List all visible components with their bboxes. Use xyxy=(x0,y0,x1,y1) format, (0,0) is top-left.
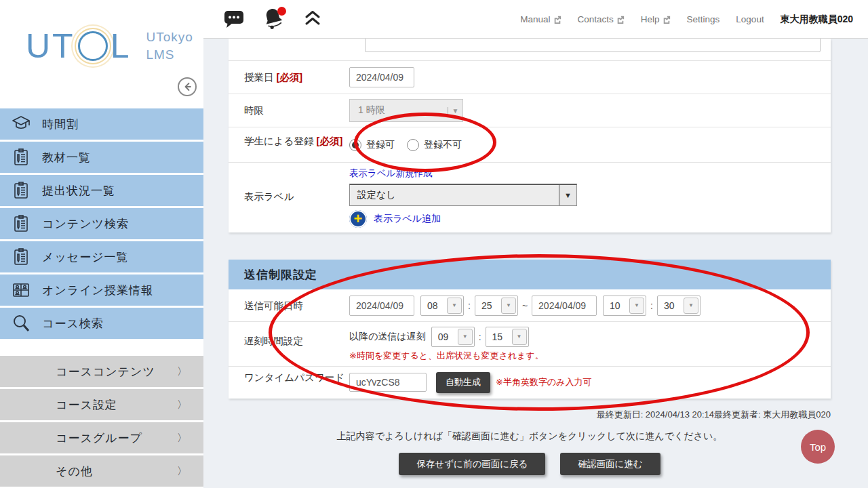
messages-icon xyxy=(0,247,42,267)
notification-bell-icon[interactable] xyxy=(263,7,286,33)
sidebar-item-course-search[interactable]: コース検索 xyxy=(0,308,203,339)
help-link[interactable]: Help xyxy=(641,14,671,24)
arrow-left-icon xyxy=(182,81,193,92)
late-prefix-text: 以降の送信は遅刻 xyxy=(349,331,426,343)
footer-buttons: 保存せずに前の画面に戻る 確認画面に進む xyxy=(229,453,831,475)
row-one-time-password: ワンタイムパスワード 自動生成 ※半角英数字のみ入力可 xyxy=(229,367,831,398)
last-updated-text: 最終更新日: 2024/04/13 20:14最終更新者: 東大用教職員020 xyxy=(229,409,831,421)
create-display-label-link[interactable]: 表示ラベル新規作成 xyxy=(349,167,432,180)
topbar-links: Manual Contacts Help Settings Logout 東大用… xyxy=(520,0,853,39)
spinner-down-icon: ▼ xyxy=(512,329,527,345)
sidebar-item-messages[interactable]: メッセージ一覧 xyxy=(0,241,203,272)
radio-selected-icon xyxy=(349,139,361,151)
add-display-label[interactable]: + 表示ラベル追加 xyxy=(349,210,441,228)
utol-logo: UT L UTokyo LMS xyxy=(26,28,193,63)
late-time-label: 遅刻時間設定 xyxy=(229,322,349,366)
available-from-date-input[interactable] xyxy=(349,296,414,316)
sidebar-item-label: メッセージ一覧 xyxy=(42,249,129,265)
row-late-time: 遅刻時間設定 以降の送信は遅刻 09 ▼ : 15 ▼ xyxy=(229,322,831,367)
spinner-down-icon: ▼ xyxy=(629,298,644,314)
external-link-icon xyxy=(663,16,671,24)
external-link-icon xyxy=(553,16,561,24)
otp-input[interactable] xyxy=(349,373,427,392)
required-badge: [必須] xyxy=(317,136,343,146)
proceed-confirm-button[interactable]: 確認画面に進む xyxy=(560,453,660,475)
radio-registration-denied[interactable]: 登録不可 xyxy=(407,139,462,151)
topbar-icons xyxy=(222,0,321,39)
required-badge: [必須] xyxy=(277,72,303,83)
class-date-label: 授業日 xyxy=(244,72,274,83)
available-to-date-input[interactable] xyxy=(532,296,597,316)
manual-link[interactable]: Manual xyxy=(520,14,561,24)
sidebar-item-others[interactable]: その他 〉 xyxy=(0,455,203,487)
send-limit-card: 送信制限設定 送信可能日時 08 ▼ : 25 ▼ ~ xyxy=(229,260,831,399)
row-class-date: 授業日 [必須] xyxy=(229,61,831,94)
row-send-available: 送信可能日時 08 ▼ : 25 ▼ ~ 10 xyxy=(229,289,831,322)
period-select: 1 時限 ▼ xyxy=(349,99,463,122)
contacts-link[interactable]: Contacts xyxy=(578,14,625,24)
sidebar-item-course-group[interactable]: コースグループ 〉 xyxy=(0,422,203,453)
sidebar-item-timetable[interactable]: 時間割 xyxy=(0,108,203,140)
logo-subtitle: UTokyo LMS xyxy=(146,28,193,63)
chevron-right-icon: 〉 xyxy=(177,399,187,411)
late-hour-select[interactable]: 09 ▼ xyxy=(431,327,475,347)
back-without-save-button[interactable]: 保存せずに前の画面に戻る xyxy=(399,453,545,475)
plus-icon: + xyxy=(349,210,367,228)
auto-generate-button[interactable]: 自動生成 xyxy=(436,372,490,393)
available-to-minute-select[interactable]: 30 ▼ xyxy=(657,296,701,316)
sidebar-item-materials[interactable]: 教材一覧 xyxy=(0,142,203,173)
display-label-select[interactable]: 設定なし ▼ xyxy=(349,184,577,206)
timetable-icon xyxy=(0,114,42,134)
radio-unselected-icon xyxy=(407,139,419,151)
send-limit-header: 送信制限設定 xyxy=(229,260,831,289)
logo-l: L xyxy=(111,29,132,63)
logo-text: UT L xyxy=(26,29,131,63)
sidebar-main-nav: 時間割 教材一覧 提出状況一覧 コンテンツ検索 xyxy=(0,108,203,341)
period-label: 時限 xyxy=(229,94,349,127)
spinner-down-icon: ▼ xyxy=(458,329,473,345)
sidebar-item-course-contents[interactable]: コースコンテンツ 〉 xyxy=(0,356,203,387)
sidebar-item-label: コンテンツ検索 xyxy=(42,216,129,232)
sidebar-item-label: オンライン授業情報 xyxy=(42,283,153,298)
class-settings-card: 授業日 [必須] 時限 1 時限 ▼ 学生による登録 xyxy=(229,39,831,232)
sidebar-item-course-settings[interactable]: コース設定 〉 xyxy=(0,389,203,420)
notification-badge xyxy=(277,7,286,16)
sidebar-item-content-search[interactable]: コンテンツ検索 xyxy=(0,208,203,239)
row-period: 時限 1 時限 ▼ xyxy=(229,94,831,127)
logo-o-ring xyxy=(78,31,108,61)
class-date-input[interactable] xyxy=(349,67,414,87)
collapse-up-icon[interactable] xyxy=(304,9,321,30)
sidebar-item-online-class[interactable]: オンライン授業情報 xyxy=(0,274,203,306)
late-warning-note: ※時間を変更すると、出席状況も変更されます。 xyxy=(349,350,544,362)
external-link-icon xyxy=(616,16,625,24)
sidebar-collapse-button[interactable] xyxy=(178,77,197,96)
sidebar-item-label: コース検索 xyxy=(42,316,104,331)
logout-link[interactable]: Logout xyxy=(736,14,764,24)
otp-label: ワンタイムパスワード xyxy=(229,367,349,398)
course-search-icon xyxy=(0,313,42,333)
chevron-down-icon: ▼ xyxy=(559,185,576,205)
chevron-right-icon: 〉 xyxy=(177,432,187,445)
instruction-text: 上記内容でよろしければ「確認画面に進む」ボタンをクリックして次に進んでください。 xyxy=(229,430,831,443)
send-available-label: 送信可能日時 xyxy=(229,289,349,321)
partial-text-input[interactable] xyxy=(365,39,821,52)
radio-registration-allowed[interactable]: 登録可 xyxy=(349,139,395,151)
submissions-icon xyxy=(0,180,42,201)
settings-link[interactable]: Settings xyxy=(687,14,720,24)
spinner-down-icon: ▼ xyxy=(447,298,462,314)
available-from-hour-select[interactable]: 08 ▼ xyxy=(420,296,464,316)
sidebar: UT L UTokyo LMS 時間割 教材一 xyxy=(0,0,203,488)
available-to-hour-select[interactable]: 10 ▼ xyxy=(603,296,646,316)
row-partial-input xyxy=(229,39,831,61)
scroll-top-button[interactable]: Top xyxy=(801,430,835,464)
display-label-label: 表示ラベル xyxy=(229,163,349,232)
content-search-icon xyxy=(0,214,42,234)
sidebar-item-label: 提出状況一覧 xyxy=(42,183,115,199)
late-minute-select[interactable]: 15 ▼ xyxy=(486,327,529,347)
chevron-right-icon: 〉 xyxy=(177,365,187,378)
chevron-right-icon: 〉 xyxy=(177,465,187,478)
sidebar-item-submissions[interactable]: 提出状況一覧 xyxy=(0,175,203,206)
available-from-minute-select[interactable]: 25 ▼ xyxy=(475,296,518,316)
message-bubble-icon[interactable] xyxy=(222,7,245,32)
sidebar-item-label: 時間割 xyxy=(42,117,79,132)
